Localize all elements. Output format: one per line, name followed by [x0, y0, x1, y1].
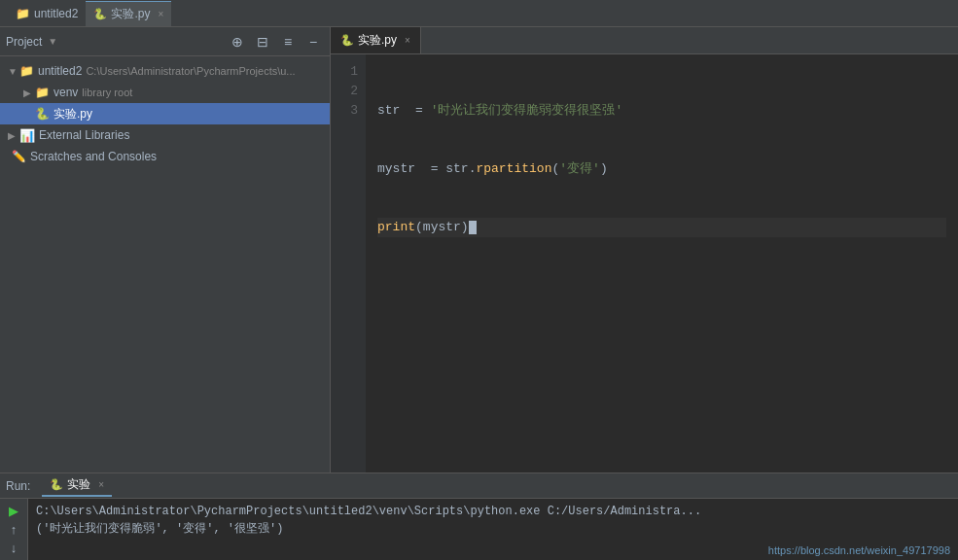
tree-label-scratches: Scratches and Consoles — [30, 150, 157, 163]
title-tab-experiment[interactable]: 🐍 实验.py × — [86, 1, 171, 26]
main-content: Project ▼ ⊕ ⊟ ≡ − ▼ 📁 untitled2 C:\Users… — [0, 27, 958, 472]
tree-arrow-external: ▶ — [8, 130, 19, 141]
bottom-tabs: Run: 🐍 实验 × — [0, 473, 958, 499]
line-number-1: 1 — [338, 62, 358, 82]
watermark: https://blog.csdn.net/weixin_49717998 — [761, 499, 958, 560]
folder-icon: 📁 — [16, 7, 30, 20]
title-bar: 📁 untitled2 🐍 实验.py × — [0, 0, 958, 27]
output-line-1: C:\Users\Administrator\PycharmProjects\u… — [36, 503, 753, 520]
bottom-body: ▶ ↑ ↓ C:\Users\Administrator\PycharmProj… — [0, 499, 958, 560]
project-label: Project — [6, 35, 42, 49]
editor-tab-label: 实验.py — [358, 32, 397, 49]
layout-button[interactable]: ⊟ — [252, 31, 273, 52]
run-label: Run: — [6, 479, 30, 493]
run-up-button[interactable]: ↑ — [4, 521, 23, 538]
venv-folder-icon: 📁 — [35, 86, 50, 99]
add-button[interactable]: ⊕ — [227, 31, 248, 52]
code-line-1: str = '时光让我们变得脆弱变得很坚强' — [377, 101, 946, 121]
collapse-button[interactable]: ≡ — [277, 31, 299, 52]
tree-item-venv[interactable]: ▶ 📁 venv library root — [0, 82, 330, 103]
run-toolbar: ▶ ↑ ↓ — [0, 499, 28, 560]
toolbar-actions: ⊕ ⊟ ≡ − — [227, 31, 324, 52]
tree-path-untitled2: C:\Users\Administrator\PycharmProjects\u… — [86, 65, 295, 77]
tree-label-untitled2: untitled2 — [38, 64, 82, 78]
tree-item-experiment-py[interactable]: 🐍 实验.py — [0, 103, 330, 124]
folder-open-icon: 📁 — [19, 64, 34, 78]
code-line-2: mystr = str.rpartition('变得') — [377, 159, 946, 179]
watermark-text: https://blog.csdn.net/weixin_49717998 — [768, 544, 950, 556]
bottom-tab-experiment[interactable]: 🐍 实验 × — [42, 475, 112, 497]
title-tab-untitled2[interactable]: 📁 untitled2 — [8, 3, 86, 24]
run-down-button[interactable]: ↓ — [4, 540, 23, 556]
tree-label-external: External Libraries — [39, 128, 129, 142]
code-editor[interactable]: 1 2 3 str = '时光让我们变得脆弱变得很坚强' mystr = str… — [331, 54, 958, 472]
run-tab-close-icon[interactable]: × — [98, 479, 104, 490]
code-content[interactable]: str = '时光让我们变得脆弱变得很坚强' mystr = str.rpart… — [366, 54, 958, 472]
line-number-3: 3 — [338, 101, 358, 121]
text-cursor — [469, 221, 477, 234]
run-tab-icon: 🐍 — [50, 478, 63, 491]
external-lib-icon: 📊 — [19, 128, 35, 143]
tree-label-venv: venv — [53, 86, 78, 99]
line-number-2: 2 — [338, 82, 358, 101]
settings-button[interactable]: − — [302, 31, 324, 52]
python-file-icon: 🐍 — [35, 107, 50, 121]
tree-label-experiment-py: 实验.py — [53, 106, 92, 122]
chevron-down-icon: ▼ — [48, 36, 57, 47]
python-icon: 🐍 — [93, 8, 107, 20]
scratches-icon: ✏️ — [12, 150, 26, 163]
tree-sublabel-venv: library root — [82, 87, 132, 98]
sidebar: Project ▼ ⊕ ⊟ ≡ − ▼ 📁 untitled2 C:\Users… — [0, 27, 331, 472]
run-output: C:\Users\Administrator\PycharmProjects\u… — [28, 499, 761, 560]
run-tab-label: 实验 — [67, 476, 90, 493]
tree-arrow-untitled2: ▼ — [8, 66, 19, 77]
project-toolbar: Project ▼ ⊕ ⊟ ≡ − — [0, 27, 330, 56]
code-line-3: print(mystr) — [377, 218, 946, 237]
project-tree: ▼ 📁 untitled2 C:\Users\Administrator\Pyc… — [0, 56, 330, 472]
editor-tab-experiment[interactable]: 🐍 实验.py × — [331, 27, 421, 53]
editor-tabs: 🐍 实验.py × — [331, 27, 958, 54]
tab-label-experiment: 实验.py — [111, 6, 150, 22]
line-numbers: 1 2 3 — [331, 54, 366, 472]
run-play-button[interactable]: ▶ — [4, 503, 23, 519]
editor-area: 🐍 实验.py × 1 2 3 str = '时光让我们变得脆弱变得很坚强' m… — [331, 27, 958, 472]
tree-arrow-venv: ▶ — [23, 88, 35, 98]
editor-tab-close-icon[interactable]: × — [405, 35, 410, 46]
bottom-panel: Run: 🐍 实验 × ▶ ↑ ↓ C:\Users\Administrator… — [0, 472, 958, 560]
tree-item-scratches[interactable]: ✏️ Scratches and Consoles — [0, 146, 330, 167]
tree-item-untitled2[interactable]: ▼ 📁 untitled2 C:\Users\Administrator\Pyc… — [0, 60, 330, 82]
tree-item-external-libraries[interactable]: ▶ 📊 External Libraries — [0, 124, 330, 146]
output-line-2: ('时光让我们变得脆弱', '变得', '很坚强') — [36, 520, 753, 538]
python-tab-icon: 🐍 — [340, 34, 354, 47]
tab-label-untitled2: untitled2 — [34, 7, 78, 20]
tab-close-icon[interactable]: × — [158, 9, 163, 19]
